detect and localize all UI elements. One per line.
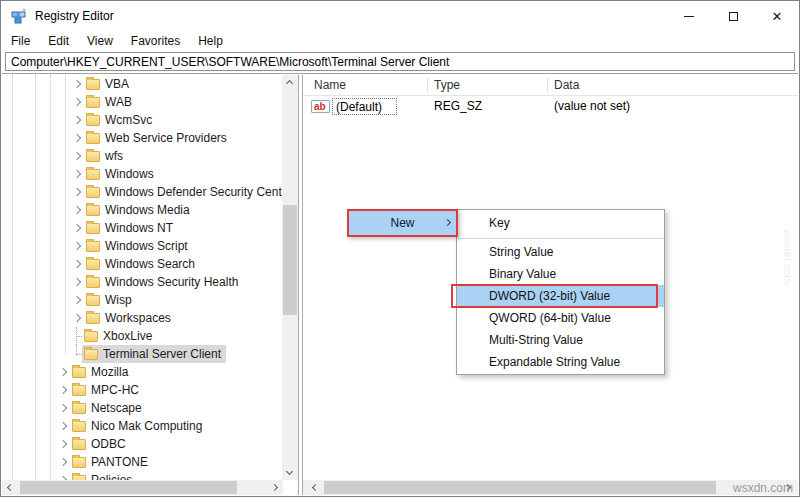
tree-item[interactable]: Terminal Server Client bbox=[2, 345, 282, 363]
tree-item[interactable]: Windows bbox=[2, 165, 282, 183]
menu-view[interactable]: View bbox=[78, 34, 122, 48]
tree-item[interactable]: XboxLive bbox=[2, 327, 282, 345]
menu-item[interactable]: QWORD (64-bit) Value bbox=[457, 307, 664, 329]
tree-item[interactable]: Mozilla bbox=[2, 363, 282, 381]
chevron-right-icon[interactable] bbox=[58, 471, 70, 480]
tree-item[interactable]: WcmSvc bbox=[2, 111, 282, 129]
menu-edit[interactable]: Edit bbox=[39, 34, 78, 48]
tree-item[interactable]: Nico Mak Computing bbox=[2, 417, 282, 435]
tree-item-label: Policies bbox=[91, 473, 132, 480]
tree-item[interactable]: Workspaces bbox=[2, 309, 282, 327]
tree-item[interactable]: Windows Media bbox=[2, 201, 282, 219]
menu-item[interactable]: DWORD (32-bit) Value bbox=[457, 285, 664, 307]
tree-item[interactable]: Web Service Providers bbox=[2, 129, 282, 147]
tree-item[interactable]: Windows Script bbox=[2, 237, 282, 255]
list-hscroll-thumb[interactable] bbox=[324, 481, 716, 494]
column-separator[interactable] bbox=[427, 78, 428, 93]
column-header-data[interactable]: Data bbox=[554, 75, 579, 95]
tree-view: VBAWABWcmSvcWeb Service ProviderswfsWind… bbox=[2, 75, 282, 480]
maximize-button[interactable] bbox=[711, 1, 755, 31]
tree-item-label: Wisp bbox=[105, 293, 132, 307]
tree-item[interactable]: Windows Search bbox=[2, 255, 282, 273]
watermark-side: wsxdn.com bbox=[782, 226, 794, 288]
column-header-name[interactable]: Name bbox=[314, 75, 346, 95]
column-header-type[interactable]: Type bbox=[434, 75, 460, 95]
tree-item[interactable]: Windows Defender Security Cent bbox=[2, 183, 282, 201]
menu-item[interactable]: Key bbox=[457, 211, 664, 236]
close-button[interactable]: ✕ bbox=[755, 1, 799, 31]
close-icon: ✕ bbox=[772, 10, 783, 23]
chevron-right-icon[interactable] bbox=[72, 183, 84, 201]
scroll-down-icon[interactable] bbox=[282, 465, 297, 480]
value-row[interactable]: (Default) REG_SZ (value not set) bbox=[303, 98, 798, 115]
menu-help[interactable]: Help bbox=[189, 34, 232, 48]
tree-item-body: Web Service Providers bbox=[84, 129, 232, 147]
chevron-right-icon[interactable] bbox=[72, 291, 84, 309]
tree-item-label: Nico Mak Computing bbox=[91, 419, 202, 433]
value-name[interactable]: (Default) bbox=[332, 98, 397, 115]
chevron-right-icon[interactable] bbox=[72, 237, 84, 255]
tree-vertical-scrollbar[interactable] bbox=[282, 75, 298, 480]
tree-item[interactable]: Wisp bbox=[2, 291, 282, 309]
tree-item[interactable]: MPC-HC bbox=[2, 381, 282, 399]
tree-item[interactable]: VBA bbox=[2, 75, 282, 93]
tree-item-label: Windows Media bbox=[105, 203, 190, 217]
tree-item-body: Workspaces bbox=[84, 309, 176, 327]
tree-item[interactable]: Netscape bbox=[2, 399, 282, 417]
tree-item[interactable]: WAB bbox=[2, 93, 282, 111]
scroll-left-icon[interactable] bbox=[2, 480, 17, 495]
folder-icon bbox=[86, 97, 100, 108]
chevron-right-icon[interactable] bbox=[72, 201, 84, 219]
string-value-icon bbox=[311, 100, 330, 113]
scroll-left-icon[interactable] bbox=[307, 480, 322, 495]
menu-item[interactable]: Binary Value bbox=[457, 263, 664, 285]
chevron-right-icon[interactable] bbox=[72, 111, 84, 129]
address-bar[interactable]: Computer\HKEY_CURRENT_USER\SOFTWARE\Micr… bbox=[5, 52, 795, 71]
context-menu-new[interactable]: New bbox=[347, 209, 458, 237]
chevron-right-icon[interactable] bbox=[58, 399, 70, 417]
chevron-right-icon[interactable] bbox=[72, 219, 84, 237]
maximize-icon bbox=[729, 12, 738, 21]
tree-item-body: Wisp bbox=[84, 291, 137, 309]
tree-item-body: Windows Script bbox=[84, 237, 193, 255]
tree-item[interactable]: Windows Security Health bbox=[2, 273, 282, 291]
registry-editor-window: Registry Editor ✕ FileEditViewFavoritesH… bbox=[0, 0, 800, 497]
menu-file[interactable]: File bbox=[2, 34, 39, 48]
chevron-right-icon[interactable] bbox=[72, 309, 84, 327]
menu-item[interactable]: Expandable String Value bbox=[457, 351, 664, 373]
chevron-right-icon[interactable] bbox=[72, 165, 84, 183]
scroll-right-icon[interactable] bbox=[268, 480, 283, 495]
scroll-up-icon[interactable] bbox=[282, 75, 297, 90]
minimize-button[interactable] bbox=[667, 1, 711, 31]
tree-vscroll-thumb[interactable] bbox=[283, 205, 297, 315]
menu-favorites[interactable]: Favorites bbox=[122, 34, 189, 48]
tree-item[interactable]: ODBC bbox=[2, 435, 282, 453]
chevron-right-icon[interactable] bbox=[72, 75, 84, 93]
chevron-right-icon[interactable] bbox=[72, 129, 84, 147]
chevron-right-icon[interactable] bbox=[72, 255, 84, 273]
tree-horizontal-scrollbar[interactable] bbox=[2, 480, 283, 495]
tree-item-label: MPC-HC bbox=[91, 383, 139, 397]
column-separator[interactable] bbox=[547, 78, 548, 93]
folder-icon bbox=[72, 457, 86, 468]
menu-item[interactable]: String Value bbox=[457, 241, 664, 263]
tree-item[interactable]: Windows NT bbox=[2, 219, 282, 237]
tree-item-label: PANTONE bbox=[91, 455, 148, 469]
list-horizontal-scrollbar[interactable] bbox=[303, 480, 798, 495]
chevron-right-icon[interactable] bbox=[58, 417, 70, 435]
chevron-right-icon[interactable] bbox=[58, 363, 70, 381]
tree-item[interactable]: PANTONE bbox=[2, 453, 282, 471]
chevron-right-icon[interactable] bbox=[58, 453, 70, 471]
tree-item[interactable]: wfs bbox=[2, 147, 282, 165]
tree-item-label: WcmSvc bbox=[105, 113, 152, 127]
chevron-right-icon[interactable] bbox=[72, 147, 84, 165]
menu-item[interactable]: Multi-String Value bbox=[457, 329, 664, 351]
tree-item-body: VBA bbox=[84, 75, 134, 93]
chevron-right-icon[interactable] bbox=[72, 93, 84, 111]
chevron-right-icon[interactable] bbox=[58, 381, 70, 399]
tree-item[interactable]: Policies bbox=[2, 471, 282, 480]
chevron-right-icon[interactable] bbox=[58, 435, 70, 453]
tree-hscroll-thumb[interactable] bbox=[20, 481, 237, 494]
chevron-right-icon[interactable] bbox=[72, 273, 84, 291]
tree-item-label: WAB bbox=[105, 95, 132, 109]
